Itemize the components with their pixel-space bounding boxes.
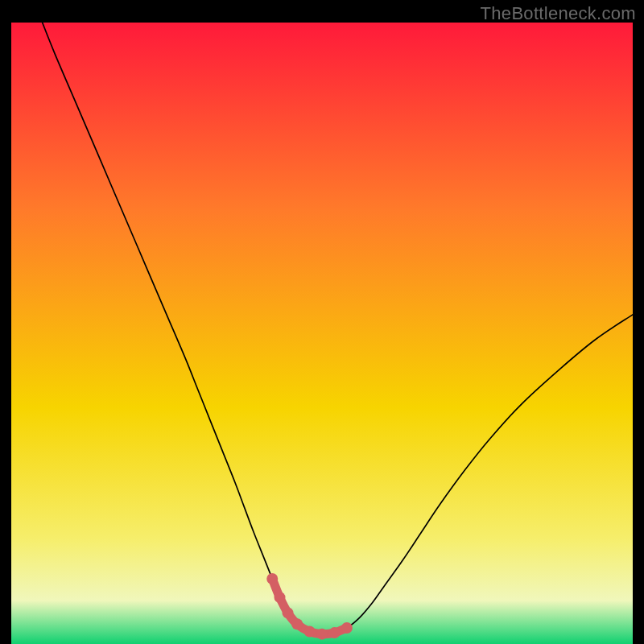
watermark-text: TheBottleneck.com: [481, 3, 636, 24]
sweet-spot-marker: [266, 573, 278, 584]
sweet-spot-marker: [291, 618, 303, 630]
chart-svg: [11, 23, 633, 644]
sweet-spot-marker: [328, 627, 340, 638]
plot-background: [11, 23, 633, 644]
sweet-spot-marker: [341, 622, 353, 634]
sweet-spot-marker: [275, 592, 286, 603]
sweet-spot-marker: [304, 626, 316, 638]
chart-stage: TheBottleneck.com: [0, 0, 644, 644]
sweet-spot-marker: [283, 607, 294, 618]
sweet-spot-marker: [316, 629, 328, 640]
